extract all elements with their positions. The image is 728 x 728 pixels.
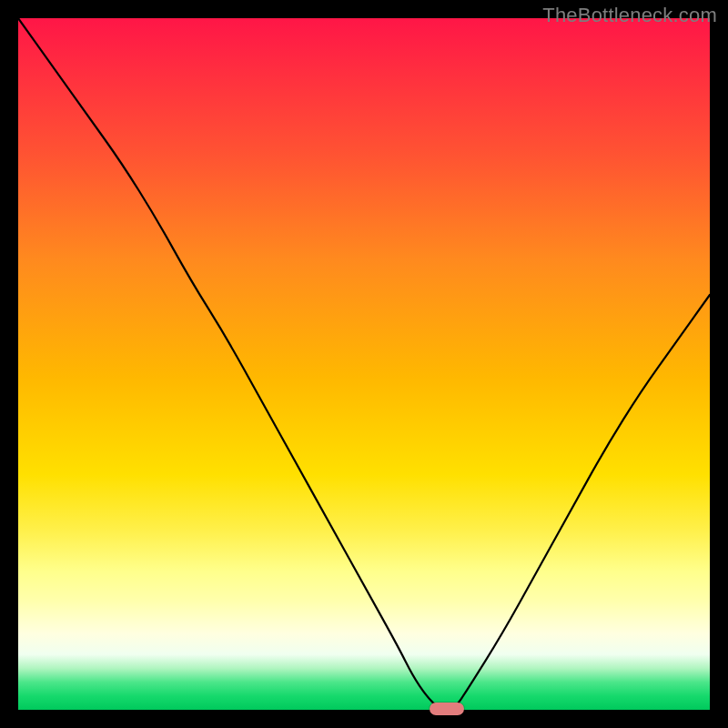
attribution-text: TheBottleneck.com	[542, 4, 717, 27]
curve-svg	[18, 18, 710, 710]
plot-area	[18, 18, 710, 710]
chart-container: TheBottleneck.com	[0, 0, 728, 728]
optimal-range-marker	[430, 703, 464, 715]
bottleneck-curve	[18, 18, 710, 710]
